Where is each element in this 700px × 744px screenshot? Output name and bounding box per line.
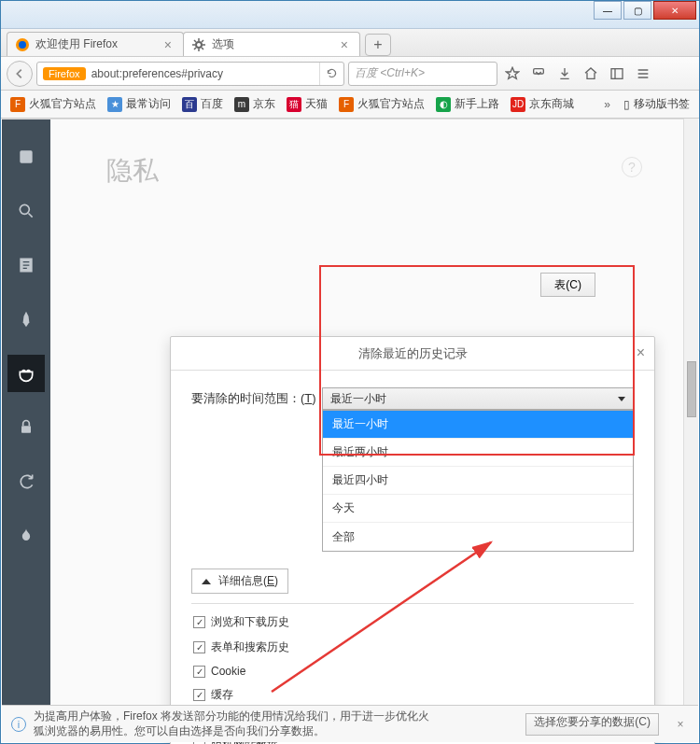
time-range-label: 要清除的时间范围：(T) <box>191 390 316 407</box>
bookmark-item[interactable]: ★最常访问 <box>104 94 175 114</box>
chevron-down-icon <box>618 397 625 401</box>
scrollbar-thumb[interactable] <box>687 361 696 417</box>
bookmark-item[interactable]: ◐新手上路 <box>432 94 503 114</box>
window-maximize-button[interactable]: ▢ <box>623 1 651 20</box>
sidebar-general-icon[interactable] <box>7 138 45 175</box>
clear-history-dialog: 清除最近的历史记录 × 要清除的时间范围：(T) 最近一小时 最近一小时 最近两… <box>170 336 655 744</box>
tab-welcome[interactable]: 欢迎使用 Firefox × <box>7 32 184 56</box>
tab-close-icon[interactable]: × <box>161 37 175 52</box>
downloads-icon[interactable] <box>553 63 576 85</box>
sidebar-applications-icon[interactable] <box>7 301 45 338</box>
search-placeholder: 百度 <Ctrl+K> <box>355 65 425 81</box>
back-button[interactable] <box>7 61 33 87</box>
dropdown-option[interactable]: 最近一小时 <box>323 411 633 439</box>
tab-options[interactable]: 选项 × <box>183 32 360 56</box>
info-icon: i <box>11 717 26 732</box>
svg-rect-5 <box>20 150 32 162</box>
sidebar-privacy-icon[interactable] <box>7 355 45 392</box>
infobar-close-icon[interactable]: × <box>672 718 689 731</box>
checkbox[interactable] <box>193 641 205 653</box>
svg-point-2 <box>196 42 202 48</box>
content-area: 隐私 ? 表(C) 的 ✓书签(K) ✓已打开的标签页(O) 更改搜索引擎建议的… <box>2 119 698 706</box>
dropdown-option[interactable]: 全部 <box>323 523 633 551</box>
svg-point-6 <box>20 204 29 214</box>
tab-label: 欢迎使用 Firefox <box>35 36 118 52</box>
dropdown-option[interactable]: 今天 <box>323 495 633 523</box>
scrollbar[interactable] <box>683 119 698 706</box>
dialog-close-icon[interactable]: × <box>637 344 645 361</box>
svg-point-1 <box>19 41 26 49</box>
bookmarks-toolbar: F火狐官方站点 ★最常访问 百百度 m京东 猫天猫 F火狐官方站点 ◐新手上路 … <box>1 91 699 119</box>
info-bar: i 为提高用户体验，Firefox 将发送部分功能的使用情况给我们，用于进一步优… <box>2 705 698 742</box>
window-minimize-button[interactable]: — <box>594 1 622 20</box>
table-button[interactable]: 表(C) <box>540 273 595 297</box>
dialog-title: 清除最近的历史记录 × <box>171 337 654 371</box>
checkbox[interactable] <box>193 616 205 628</box>
search-box[interactable]: 百度 <Ctrl+K> <box>348 62 497 86</box>
new-tab-button[interactable]: + <box>365 34 391 56</box>
time-range-dropdown[interactable]: 最近一小时 最近一小时 最近两小时 最近四小时 今天 全部 <box>322 387 634 410</box>
bookmark-item[interactable]: m京东 <box>231 94 279 114</box>
choose-data-button[interactable]: 选择您要分享的数据(C) <box>525 713 659 736</box>
bookmark-item[interactable]: 百百度 <box>178 94 227 114</box>
url-text: about:preferences#privacy <box>91 67 223 80</box>
sidebar-security-icon[interactable] <box>7 409 45 446</box>
home-icon[interactable] <box>580 63 602 85</box>
dropdown-option[interactable]: 最近两小时 <box>323 439 633 467</box>
sidebar-sync-icon[interactable] <box>7 463 45 500</box>
menu-icon[interactable] <box>632 63 654 85</box>
identity-badge: Firefox <box>43 67 86 80</box>
svg-rect-8 <box>21 426 31 433</box>
dropdown-button[interactable]: 最近一小时 <box>322 387 634 410</box>
bookmark-item[interactable]: F火狐官方站点 <box>335 94 428 114</box>
bookmark-item[interactable]: F火狐官方站点 <box>7 94 100 114</box>
svg-rect-4 <box>611 68 623 78</box>
sidebar-search-icon[interactable] <box>7 192 45 230</box>
nav-bar: Firefox about:preferences#privacy 百度 <Ct… <box>1 57 699 91</box>
window-frame: — ▢ ✕ 欢迎使用 Firefox × 选项 × + Firefox abou… <box>0 0 700 744</box>
info-text: 为提高用户体验，Firefox 将发送部分功能的使用情况给我们，用于进一步优化火… <box>34 709 435 738</box>
window-close-button[interactable]: ✕ <box>653 1 696 20</box>
tab-strip: 欢迎使用 Firefox × 选项 × + <box>1 29 699 57</box>
window-titlebar: — ▢ ✕ <box>1 1 699 29</box>
chevron-up-icon <box>202 579 211 584</box>
details-toggle[interactable]: 详细信息(E) <box>191 569 288 594</box>
prefs-sidebar <box>2 119 50 706</box>
dropdown-list: 最近一小时 最近两小时 最近四小时 今天 全部 <box>322 410 634 552</box>
checkbox[interactable] <box>193 689 205 701</box>
tab-label: 选项 <box>212 36 234 52</box>
tab-close-icon[interactable]: × <box>337 37 352 52</box>
gear-icon <box>191 37 206 52</box>
sidebar-advanced-icon[interactable] <box>7 517 45 554</box>
url-bar[interactable]: Firefox about:preferences#privacy <box>36 62 344 86</box>
bookmark-item[interactable]: JD京东商城 <box>507 94 578 114</box>
checkbox[interactable] <box>193 666 205 678</box>
reload-button[interactable] <box>319 63 343 85</box>
bookmarks-overflow-icon[interactable]: » <box>598 98 616 111</box>
bookmark-mobile[interactable]: ▯移动版书签 <box>620 94 693 114</box>
firefox-icon <box>15 37 30 52</box>
sidebar-toggle-icon[interactable] <box>606 63 628 85</box>
sidebar-content-icon[interactable] <box>7 246 45 284</box>
dropdown-option[interactable]: 最近四小时 <box>323 467 633 495</box>
bookmark-star-icon[interactable] <box>501 63 524 85</box>
pocket-icon[interactable] <box>527 63 550 85</box>
bookmark-item[interactable]: 猫天猫 <box>283 94 331 114</box>
svg-rect-3 <box>534 68 544 73</box>
